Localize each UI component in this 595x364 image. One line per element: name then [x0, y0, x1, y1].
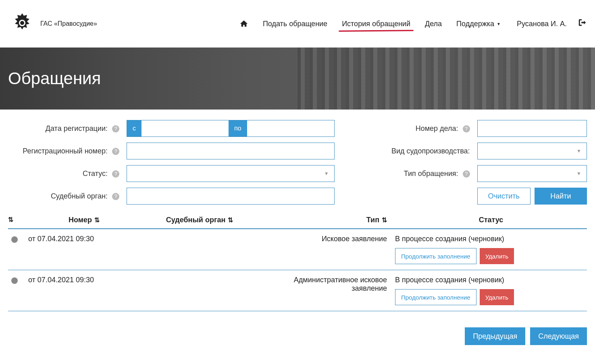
table-row: от 07.04.2021 09:30 Административное иск… — [8, 270, 587, 311]
find-button[interactable]: Найти — [535, 188, 587, 205]
filter-case-number: Номер дела: ? — [359, 120, 587, 137]
svg-point-1 — [20, 21, 24, 25]
td-date: от 07.04.2021 09:30 — [28, 235, 133, 243]
delete-button[interactable]: Удалить — [480, 289, 514, 305]
logo-block: ГАС «Правосудие» — [8, 10, 97, 38]
filter-proc-type: Вид судопроизводства: ▼ — [359, 143, 587, 159]
filter-reg-date-label: Дата регистрации: ? — [8, 124, 121, 133]
delete-button[interactable]: Удалить — [480, 248, 514, 264]
th-number[interactable]: Номер ⇅ — [28, 216, 133, 224]
filter-appeal-type: Тип обращения: ? ▼ — [359, 165, 587, 182]
eagle-logo-icon — [8, 10, 36, 38]
date-to-label: по — [229, 120, 247, 136]
page-banner: Обращения — [0, 48, 595, 110]
sort-icon: ⇅ — [382, 216, 387, 224]
th-status: Статус — [395, 216, 587, 224]
site-title: ГАС «Правосудие» — [40, 20, 97, 27]
filter-appeal-type-label: Тип обращения: ? — [359, 170, 472, 178]
filter-actions: Очистить Найти — [359, 188, 587, 205]
th-type[interactable]: Тип ⇅ — [266, 216, 395, 224]
header: ГАС «Правосудие» Подать обращение Истори… — [0, 0, 595, 48]
filter-status-label: Статус: ? — [8, 170, 121, 178]
clear-button[interactable]: Очистить — [477, 188, 531, 205]
user-block: Русанова И. А. — [517, 18, 587, 29]
td-status-text: В процессе создания (черновик) — [395, 276, 587, 284]
filter-status: Статус: ? ▼ — [8, 165, 335, 182]
nav-history[interactable]: История обращений — [342, 20, 410, 28]
continue-button[interactable]: Продолжить заполнение — [395, 289, 476, 305]
case-number-input[interactable] — [477, 120, 587, 137]
help-icon[interactable]: ? — [463, 170, 470, 178]
filter-reg-date: Дата регистрации: ? с по — [8, 120, 335, 137]
appeal-type-select[interactable] — [477, 165, 587, 182]
sort-icon: ⇅ — [94, 216, 100, 224]
help-icon[interactable]: ? — [112, 170, 119, 178]
nav-submit[interactable]: Подать обращение — [263, 20, 327, 28]
sort-icon: ⇅ — [228, 216, 233, 224]
status-dot-icon — [11, 277, 18, 284]
nav-cases[interactable]: Дела — [425, 20, 442, 28]
help-icon[interactable]: ? — [112, 125, 119, 132]
sort-icon: ⇅ — [8, 216, 13, 223]
page-title: Обращения — [8, 69, 101, 88]
td-type: Исковое заявление — [266, 235, 395, 243]
logout-icon[interactable] — [578, 18, 587, 29]
main-nav: Подать обращение История обращений Дела … — [239, 19, 501, 28]
status-select[interactable] — [127, 165, 335, 182]
proc-type-select[interactable] — [477, 143, 587, 159]
nav-support[interactable]: Поддержка ▼ — [456, 20, 501, 28]
next-page-button[interactable]: Следующая — [530, 327, 587, 345]
row-actions: Продолжить заполнение Удалить — [395, 248, 587, 264]
results-table: ⇅ Номер ⇅ Судебный орган ⇅ Тип ⇅ Статус … — [0, 205, 595, 311]
table-row: от 07.04.2021 09:30 Исковое заявление В … — [8, 229, 587, 270]
table-header-row: ⇅ Номер ⇅ Судебный орган ⇅ Тип ⇅ Статус — [8, 212, 587, 229]
date-from-label: с — [127, 120, 141, 136]
user-name[interactable]: Русанова И. А. — [517, 20, 567, 28]
help-icon[interactable]: ? — [112, 148, 119, 155]
court-input[interactable] — [127, 188, 335, 205]
help-icon[interactable]: ? — [112, 193, 119, 200]
td-type: Административное исковое заявление — [266, 276, 395, 293]
row-actions: Продолжить заполнение Удалить — [395, 289, 587, 305]
th-court[interactable]: Судебный орган ⇅ — [133, 216, 266, 224]
filter-court: Судебный орган: ? — [8, 188, 335, 205]
status-dot-icon — [11, 236, 18, 243]
td-date: от 07.04.2021 09:30 — [28, 276, 133, 284]
nav-support-label: Поддержка — [456, 20, 494, 28]
date-from-input[interactable] — [141, 120, 229, 136]
filter-case-number-label: Номер дела: ? — [359, 124, 472, 133]
caret-down-icon: ▼ — [497, 22, 501, 26]
date-range-control: с по — [127, 120, 335, 137]
date-to-input[interactable] — [247, 120, 334, 136]
th-indicator[interactable]: ⇅ — [8, 216, 28, 223]
filter-proc-type-label: Вид судопроизводства: — [359, 147, 472, 155]
reg-number-input[interactable] — [127, 143, 335, 159]
filters-panel: Дата регистрации: ? с по Номер дела: ? — [0, 110, 595, 205]
td-status-text: В процессе создания (черновик) — [395, 235, 587, 243]
home-icon[interactable] — [239, 19, 248, 28]
prev-page-button[interactable]: Предыдущая — [465, 327, 525, 345]
pagination: Предыдущая Следующая — [0, 311, 595, 361]
help-icon[interactable]: ? — [463, 125, 470, 132]
filter-reg-number: Регистрационный номер: ? — [8, 143, 335, 159]
filter-reg-number-label: Регистрационный номер: ? — [8, 147, 121, 155]
filter-court-label: Судебный орган: ? — [8, 192, 121, 201]
continue-button[interactable]: Продолжить заполнение — [395, 248, 476, 264]
